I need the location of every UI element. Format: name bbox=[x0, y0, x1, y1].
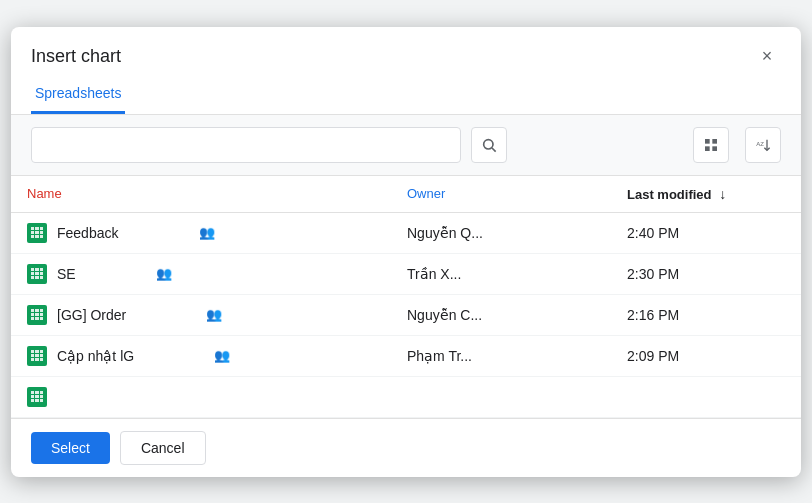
sort-az-icon: AZ bbox=[755, 137, 771, 153]
file-name-text bbox=[57, 389, 116, 405]
owner-text: Nguyễn C... bbox=[407, 307, 514, 323]
modified-cell: 2:09 PM bbox=[611, 335, 801, 376]
table-row[interactable] bbox=[11, 376, 801, 417]
sort-az-button[interactable]: AZ bbox=[745, 127, 781, 163]
modified-text: 2:40 PM bbox=[627, 225, 679, 241]
file-name-cell: [GG] Order 👥 bbox=[11, 294, 391, 335]
spreadsheet-table: Name Owner Last modified ↓ bbox=[11, 176, 801, 418]
shared-icon: 👥 bbox=[199, 225, 215, 240]
select-button[interactable]: Select bbox=[31, 432, 110, 464]
svg-rect-2 bbox=[705, 139, 710, 144]
toolbar: AZ bbox=[11, 115, 801, 176]
search-button[interactable] bbox=[471, 127, 507, 163]
close-button[interactable]: × bbox=[753, 43, 781, 71]
table-row[interactable]: Cập nhật lG 👥 Phạm Tr... 2:09 PM bbox=[11, 335, 801, 376]
owner-cell: Trần X... bbox=[391, 253, 611, 294]
file-name-text: SE bbox=[57, 266, 140, 282]
dialog-footer: Select Cancel bbox=[11, 418, 801, 477]
modified-text: 2:16 PM bbox=[627, 307, 679, 323]
shared-icon: 👥 bbox=[214, 348, 230, 363]
modified-cell: 2:30 PM bbox=[611, 253, 801, 294]
dialog-header: Insert chart × bbox=[11, 27, 801, 71]
owner-text: Phạm Tr... bbox=[407, 348, 504, 364]
cancel-button[interactable]: Cancel bbox=[120, 431, 206, 465]
insert-chart-dialog: Insert chart × Spreadsheets bbox=[11, 27, 801, 477]
grid-view-button[interactable] bbox=[693, 127, 729, 163]
tab-bar: Spreadsheets bbox=[11, 75, 801, 115]
owner-cell: Nguyễn C... bbox=[391, 294, 611, 335]
owner-cell: Phạm Tr... bbox=[391, 335, 611, 376]
shared-icon: 👥 bbox=[206, 307, 222, 322]
grid-icon bbox=[703, 137, 719, 153]
owner-text: Nguyễn Q... bbox=[407, 225, 515, 241]
table-row[interactable]: SE 👥 Trần X... 2:30 PM bbox=[11, 253, 801, 294]
sheet-icon bbox=[27, 264, 47, 284]
modified-text: 2:09 PM bbox=[627, 348, 679, 364]
svg-line-1 bbox=[492, 148, 496, 152]
search-input[interactable] bbox=[31, 127, 461, 163]
modified-text: 2:30 PM bbox=[627, 266, 679, 282]
svg-point-0 bbox=[484, 139, 493, 148]
spreadsheet-table-container: Name Owner Last modified ↓ bbox=[11, 176, 801, 418]
modified-cell bbox=[611, 376, 801, 417]
owner-text bbox=[407, 389, 439, 405]
file-name-cell bbox=[11, 376, 391, 417]
file-name-cell: Cập nhật lG 👥 bbox=[11, 335, 391, 376]
col-header-owner[interactable]: Owner bbox=[391, 176, 611, 213]
sheet-icon bbox=[27, 305, 47, 325]
owner-cell: Nguyễn Q... bbox=[391, 212, 611, 253]
owner-cell bbox=[391, 376, 611, 417]
svg-rect-5 bbox=[712, 146, 717, 151]
file-name-cell: Feedback 👥 bbox=[11, 212, 391, 253]
modified-cell: 2:16 PM bbox=[611, 294, 801, 335]
table-row[interactable]: Feedback 👥 Nguyễn Q... 2:40 PM bbox=[11, 212, 801, 253]
search-icon bbox=[481, 137, 497, 153]
col-header-modified[interactable]: Last modified ↓ bbox=[611, 176, 801, 213]
file-name-text: Cập nhật lG bbox=[57, 348, 198, 364]
svg-rect-4 bbox=[705, 146, 710, 151]
table-row[interactable]: [GG] Order 👥 Nguyễn C... 2:16 PM bbox=[11, 294, 801, 335]
modified-cell: 2:40 PM bbox=[611, 212, 801, 253]
dialog-title: Insert chart bbox=[31, 46, 121, 67]
file-name-text: [GG] Order bbox=[57, 307, 190, 323]
sheet-icon bbox=[27, 223, 47, 243]
owner-text: Trần X... bbox=[407, 266, 493, 282]
tab-spreadsheets[interactable]: Spreadsheets bbox=[31, 75, 125, 114]
file-name-text: Feedback bbox=[57, 225, 183, 241]
sort-arrow-icon: ↓ bbox=[719, 186, 726, 202]
shared-icon: 👥 bbox=[156, 266, 172, 281]
sheet-icon bbox=[27, 387, 47, 407]
sheet-icon bbox=[27, 346, 47, 366]
svg-rect-3 bbox=[712, 139, 717, 144]
svg-text:AZ: AZ bbox=[756, 141, 764, 147]
file-name-cell: SE 👥 bbox=[11, 253, 391, 294]
col-header-name[interactable]: Name bbox=[11, 176, 391, 213]
